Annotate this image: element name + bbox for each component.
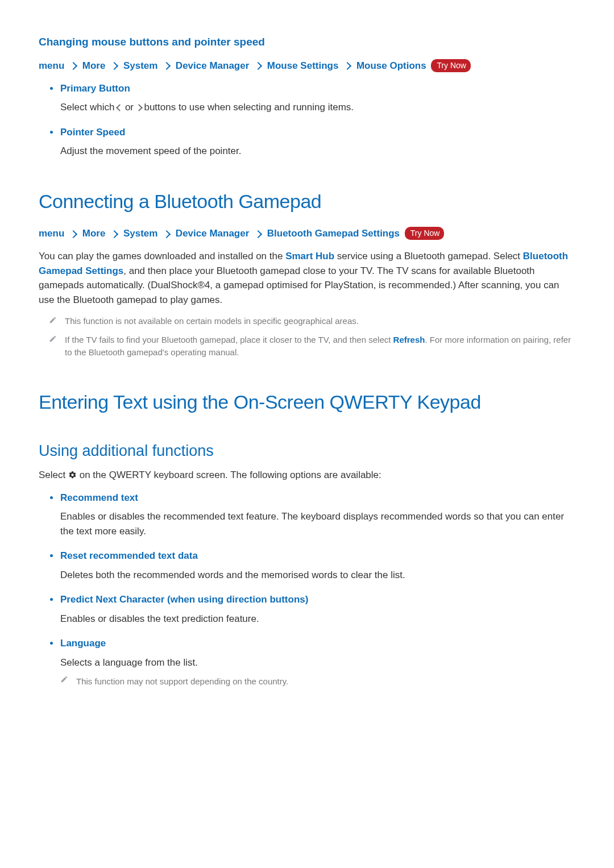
subsection-heading-additional: Using additional functions (39, 439, 575, 463)
list-item: Recommend text Enables or disables the r… (60, 491, 575, 539)
section-heading-gamepad: Connecting a Bluetooth Gamepad (39, 187, 575, 216)
chevron-left-icon (117, 102, 122, 113)
try-now-button[interactable]: Try Now (431, 59, 471, 72)
link-smart-hub[interactable]: Smart Hub (285, 251, 334, 261)
crumb-more[interactable]: More (82, 60, 106, 71)
chevron-right-icon (111, 227, 117, 242)
chevron-right-icon (164, 227, 169, 242)
paragraph: Select on the QWERTY keyboard screen. Th… (39, 468, 575, 483)
option-title-pointer-speed: Pointer Speed (60, 125, 575, 140)
text: If the TV fails to find your Bluetooth g… (65, 335, 393, 344)
crumb-system[interactable]: System (123, 60, 157, 71)
chevron-right-icon (70, 227, 76, 242)
pencil-icon (60, 675, 68, 688)
list-item: Primary Button Select which or buttons t… (60, 81, 575, 115)
crumb-mouse-options[interactable]: Mouse Options (356, 60, 426, 71)
text: Select which (60, 102, 117, 113)
list-item: Language Selects a language from the lis… (60, 636, 575, 688)
chevron-right-icon (164, 59, 169, 73)
crumb-device-manager[interactable]: Device Manager (176, 228, 249, 239)
pencil-icon (49, 316, 57, 328)
option-desc: Adjust the movement speed of the pointer… (60, 144, 575, 159)
option-title-reset-recommended: Reset recommended text data (60, 549, 575, 563)
section-heading-qwerty: Entering Text using the On-Screen QWERTY… (39, 388, 575, 417)
chevron-right-icon (255, 59, 261, 73)
crumb-menu[interactable]: menu (39, 60, 64, 71)
list-item: Predict Next Character (when using direc… (60, 592, 575, 626)
pencil-icon (49, 335, 57, 359)
list-item: Reset recommended text data Deletes both… (60, 549, 575, 582)
note-text: This function may not support depending … (76, 675, 288, 688)
note-text: This function is not available on certai… (65, 315, 359, 328)
option-desc: Enables or disables the text prediction … (60, 612, 575, 626)
text: on the QWERTY keyboard screen. The follo… (77, 470, 381, 480)
gear-icon (68, 470, 77, 480)
link-refresh[interactable]: Refresh (393, 335, 425, 344)
crumb-more[interactable]: More (82, 228, 106, 239)
section-heading-mouse: Changing mouse buttons and pointer speed (39, 34, 575, 51)
try-now-button[interactable]: Try Now (405, 227, 445, 240)
chevron-right-icon (136, 102, 142, 113)
text: service using a Bluetooth gamepad. Selec… (334, 251, 523, 261)
option-desc: Deletes both the recommended words and t… (60, 568, 575, 583)
chevron-right-icon (255, 227, 261, 242)
breadcrumb-gamepad: menu More System Device Manager Bluetoot… (39, 226, 575, 241)
option-title-predict-next: Predict Next Character (when using direc… (60, 592, 575, 607)
option-title-recommend-text: Recommend text (60, 491, 575, 505)
paragraph: You can play the games downloaded and in… (39, 249, 575, 307)
text: buttons to use when selecting and runnin… (142, 102, 354, 113)
option-title-primary-button: Primary Button (60, 81, 575, 96)
crumb-device-manager[interactable]: Device Manager (176, 60, 249, 71)
option-title-language: Language (60, 636, 575, 651)
option-desc: Enables or disables the recommended text… (60, 509, 575, 538)
list-item: Pointer Speed Adjust the movement speed … (60, 125, 575, 159)
text: or (122, 102, 136, 113)
note: This function is not available on certai… (39, 315, 575, 328)
option-desc: Selects a language from the list. (60, 655, 575, 670)
chevron-right-icon (111, 59, 117, 73)
qwerty-options-list: Recommend text Enables or disables the r… (39, 491, 575, 688)
text: You can play the games downloaded and in… (39, 251, 285, 261)
option-desc: Select which or buttons to use when sele… (60, 100, 575, 115)
breadcrumb-mouse: menu More System Device Manager Mouse Se… (39, 59, 575, 73)
chevron-right-icon (70, 59, 76, 73)
mouse-options-list: Primary Button Select which or buttons t… (39, 81, 575, 159)
note: If the TV fails to find your Bluetooth g… (39, 334, 575, 359)
crumb-menu[interactable]: menu (39, 228, 64, 239)
crumb-bt-gamepad-settings[interactable]: Bluetooth Gamepad Settings (267, 228, 400, 239)
crumb-system[interactable]: System (123, 228, 157, 239)
text: Select (39, 470, 68, 480)
chevron-right-icon (345, 59, 350, 73)
note-text: If the TV fails to find your Bluetooth g… (65, 334, 575, 359)
crumb-mouse-settings[interactable]: Mouse Settings (267, 60, 339, 71)
note: This function may not support depending … (60, 675, 575, 688)
